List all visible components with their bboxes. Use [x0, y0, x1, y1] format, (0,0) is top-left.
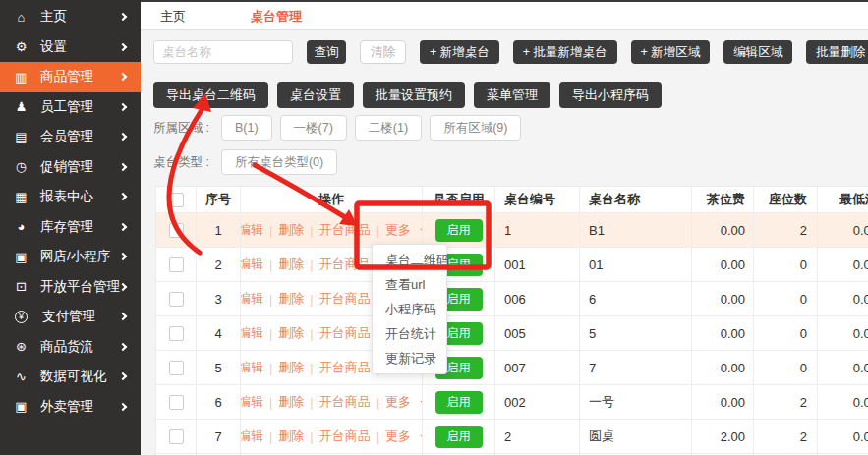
open-table-goods-link[interactable]: 开台商品 — [319, 324, 371, 342]
sidebar-item-online-shop[interactable]: ▣网店/小程序 — [0, 242, 141, 272]
row-checkbox[interactable] — [169, 292, 184, 307]
select-all-checkbox[interactable] — [169, 193, 184, 207]
table-row: 6 编辑|删除|开台商品|更多 启用 002 一号 0.00 2 0.00 — [156, 384, 868, 419]
enable-button[interactable]: 启用 — [435, 426, 483, 448]
edit-link[interactable]: 编辑 — [240, 324, 263, 342]
sidebar-item-payment[interactable]: ¥支付管理 — [0, 302, 141, 332]
separator: | — [269, 395, 272, 410]
sidebar-item-settings[interactable]: ⚙设置 — [0, 32, 141, 63]
delete-link[interactable]: 删除 — [278, 324, 304, 342]
area-chip-b[interactable]: B(1) — [221, 115, 272, 141]
toolbar-row-2: 导出桌台二维码 桌台设置 批量设置预约 菜单管理 导出小程序码 — [153, 82, 662, 108]
home-icon: ⌂ — [13, 10, 29, 25]
batch-add-table-button[interactable]: + 批量新增桌台 — [513, 40, 617, 64]
table-settings-button[interactable]: 桌台设置 — [277, 82, 354, 108]
add-table-button[interactable]: + 新增桌台 — [420, 40, 499, 64]
edit-area-button[interactable]: 编辑区域 — [723, 40, 792, 64]
open-table-goods-link[interactable]: 开台商品 — [319, 427, 371, 445]
sidebar-item-home[interactable]: ⌂主页 — [0, 2, 141, 32]
batch-reserve-button[interactable]: 批量设置预约 — [363, 82, 465, 108]
edit-link[interactable]: 编辑 — [240, 393, 263, 411]
sidebar-item-inventory[interactable]: ◕库存管理 — [0, 212, 141, 243]
cell-tea-fee: 0.00 — [691, 351, 753, 384]
edit-link[interactable]: 编辑 — [240, 359, 263, 376]
sidebar-item-logistics[interactable]: ⊛商品货流 — [0, 332, 141, 363]
row-checkbox[interactable] — [169, 429, 184, 444]
chevron-right-icon — [119, 343, 127, 351]
open-table-goods-link[interactable]: 开台商品 — [319, 393, 371, 411]
takeout-shop-icon: ▣ — [13, 399, 29, 414]
sidebar-item-staff[interactable]: ♟员工管理 — [0, 92, 141, 123]
edit-link[interactable]: 编辑 — [240, 221, 263, 239]
query-button[interactable]: 查询 — [307, 40, 346, 64]
export-table-qr-button[interactable]: 导出桌台二维码 — [153, 82, 268, 108]
cell-min-spend: 0.00 — [817, 385, 868, 419]
separator: | — [310, 395, 313, 410]
chevron-right-icon — [119, 73, 127, 81]
promo-check-icon: ◷ — [13, 159, 29, 174]
cell-seq: 3 — [196, 282, 240, 315]
sidebar-item-label: 支付管理 — [42, 308, 95, 325]
menu-item-open-stats[interactable]: 开台统计 — [373, 321, 446, 346]
menu-item-view-url[interactable]: 查看url — [373, 272, 446, 297]
edit-link[interactable]: 编辑 — [240, 427, 263, 445]
delete-link[interactable]: 删除 — [278, 393, 304, 411]
more-link[interactable]: 更多 — [385, 427, 411, 445]
row-checkbox[interactable] — [169, 326, 184, 341]
chevron-right-icon — [119, 372, 127, 380]
row-checkbox[interactable] — [169, 395, 184, 410]
export-mini-code-button[interactable]: 导出小程序码 — [559, 82, 662, 108]
tab-table-management[interactable]: 桌台管理 — [251, 2, 302, 30]
menu-item-update-log[interactable]: 更新记录 — [373, 346, 446, 370]
enable-button[interactable]: 启用 — [435, 391, 483, 414]
sidebar-item-products[interactable]: ▥商品管理 — [0, 62, 141, 92]
sidebar-item-takeout[interactable]: ▣外卖管理 — [0, 392, 141, 423]
type-chip-all[interactable]: 所有桌台类型(0) — [221, 149, 337, 175]
row-checkbox[interactable] — [169, 223, 184, 238]
delete-link[interactable]: 删除 — [278, 221, 304, 239]
row-checkbox[interactable] — [169, 361, 184, 375]
sidebar-item-dataviz[interactable]: ∿数据可视化 — [0, 362, 141, 392]
clear-button[interactable]: 清除 — [360, 40, 406, 64]
sidebar-item-label: 设置 — [40, 38, 67, 56]
row-checkbox[interactable] — [169, 257, 184, 272]
separator: | — [269, 223, 272, 238]
add-area-button[interactable]: + 新增区域 — [631, 40, 711, 64]
sidebar-item-open-platform[interactable]: ⊡开放平台管理 — [0, 272, 141, 303]
tab-bar: 主页 桌台管理 — [141, 2, 868, 30]
cell-seq: 5 — [196, 351, 240, 384]
gear-icon: ⚙ — [13, 39, 29, 54]
cell-tea-fee: 0.00 — [691, 282, 753, 315]
edit-link[interactable]: 编辑 — [240, 256, 263, 273]
menu-item-table-qr[interactable]: 桌台二维码 — [373, 248, 446, 272]
open-table-goods-link[interactable]: 开台商品 — [319, 359, 371, 376]
separator: | — [269, 292, 272, 307]
col-actions: 操作 — [240, 187, 422, 212]
tab-home[interactable]: 主页 — [160, 2, 186, 30]
sidebar-item-reports[interactable]: ▦报表中心 — [0, 182, 141, 212]
col-table-name: 桌台名称 — [579, 187, 691, 212]
cell-seats: 2 — [753, 213, 817, 247]
area-chip-floor1[interactable]: 一楼(7) — [280, 115, 347, 141]
sidebar-item-promotions[interactable]: ◷促销管理 — [0, 152, 141, 183]
area-chip-floor2[interactable]: 二楼(1) — [355, 115, 422, 141]
open-table-goods-link[interactable]: 开台商品 — [319, 221, 371, 239]
enable-button[interactable]: 启用 — [435, 219, 483, 242]
delete-link[interactable]: 删除 — [278, 290, 304, 308]
menu-manage-button[interactable]: 菜单管理 — [474, 82, 550, 108]
delete-link[interactable]: 删除 — [278, 256, 304, 273]
edit-link[interactable]: 编辑 — [240, 290, 263, 308]
table-name-search-input[interactable] — [153, 40, 293, 64]
menu-item-mini-code[interactable]: 小程序码 — [373, 297, 446, 321]
sidebar-item-members[interactable]: ▤会员管理 — [0, 122, 141, 152]
open-table-goods-link[interactable]: 开台商品 — [319, 290, 371, 308]
cell-min-spend: 0.00 — [817, 316, 868, 350]
more-link[interactable]: 更多 — [385, 221, 411, 239]
area-chip-all[interactable]: 所有区域(9) — [430, 115, 521, 141]
batch-delete-button[interactable]: 批量删除 — [806, 40, 868, 64]
sidebar-item-label: 外卖管理 — [40, 398, 93, 416]
more-link[interactable]: 更多 — [385, 393, 411, 411]
delete-link[interactable]: 删除 — [278, 359, 304, 376]
delete-link[interactable]: 删除 — [278, 427, 304, 445]
open-table-goods-link[interactable]: 开台商品 — [319, 256, 371, 273]
